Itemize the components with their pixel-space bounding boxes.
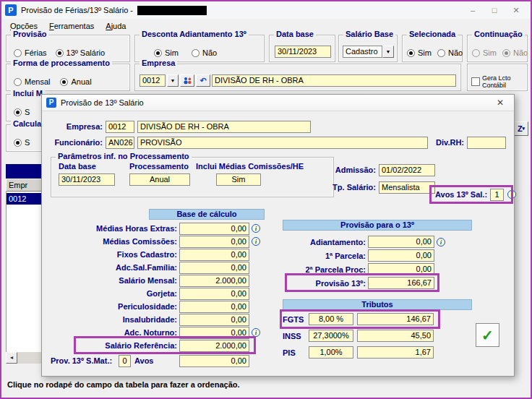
salario-referencia-field[interactable]: 2.000,00 [179,340,249,352]
radio-label: S [25,108,30,116]
inss-pct-field[interactable]: 27,3000% [309,330,353,342]
insalubridade-field[interactable]: 0,00 [179,314,249,326]
provisao-13-field[interactable]: 166,67 [368,277,434,289]
gorjeta-field[interactable]: 0,00 [179,288,249,300]
prov-smat-avos-label: Avos [134,356,154,365]
radio-label: Anual [71,77,91,86]
menu-ajuda[interactable]: Ajuda [100,20,132,32]
empresa-dropdown-icon[interactable]: ▼ [167,74,179,87]
salario-base-select[interactable]: Cadastro [343,46,382,58]
divrh-label: Div.RH: [429,138,464,147]
menu-ferramentas[interactable]: Ferramentas [43,20,100,32]
adiantamento-field[interactable]: 0,00 [368,236,434,248]
field-label: 2ª Parcela Proc: [283,265,368,274]
radio-label: 13º Salário [66,48,106,57]
dialog-close-icon[interactable]: ✕ [491,96,510,110]
radio-desconta-sim[interactable]: Sim [154,48,179,57]
salario-mensal-field[interactable]: 2.000,00 [179,275,249,287]
gera-lcto-checkbox[interactable] [471,77,480,86]
maximize-icon[interactable]: □ [484,3,505,17]
radio-inclui[interactable]: S [14,108,30,116]
radio-label: Sim [165,48,179,57]
dlg-empresa-name-field[interactable]: DIVISÃO DE RH - OBRA [137,121,311,133]
sort-icon[interactable]: Z▾ [514,121,528,136]
param-data-base-label: Data base [59,162,96,171]
param-data-base-field[interactable]: 30/11/2023 [59,173,115,186]
funcionario-code-field[interactable]: AN026 [106,137,134,149]
radio-dot [60,78,68,86]
chevron-down-icon[interactable]: ▼ [382,46,394,58]
tp-salario-label: Tp. Salário: [327,183,376,192]
scroll-left-icon[interactable]: ◄ [6,352,17,364]
close-icon[interactable]: ✕ [505,3,527,17]
periculosidade-field[interactable]: 0,00 [179,301,249,313]
admissao-field[interactable]: 01/02/2022 [379,164,435,176]
prov-smat-value-field[interactable]: 0,00 [179,355,249,367]
main-titlebar: P Provisão de Férias/13º Salário - – □ ✕ [1,1,531,19]
undo-icon[interactable]: ↶ [196,74,210,87]
radio-selecionada-sim[interactable]: Sim [407,48,432,57]
tributo-row: PIS1,00%1,67 [283,346,499,359]
radio-dot [472,49,480,57]
primeira-parcela-field[interactable]: 0,00 [368,249,434,262]
radio-dot [14,108,22,116]
info-icon[interactable]: i [252,224,260,233]
radio-13-salario[interactable]: 13º Salário [56,48,106,57]
dialog-icon: P [46,98,56,108]
avos-label: Avos 13º Sal.: [435,190,487,199]
field-label: Provisão 13º: [283,279,368,288]
radio-desconta-nao[interactable]: Não [192,48,217,57]
radio-dot [407,49,415,57]
minimize-icon[interactable]: – [462,3,484,17]
radio-ferias[interactable]: Férias [14,48,47,57]
medias-horas-extras-field[interactable]: 0,00 [179,223,249,235]
empresa-label: Empresa: [52,122,103,131]
prov-smat-label: Prov. 13º S.Mat.: [51,356,112,365]
funcionario-name-field[interactable]: PROVISÃO [137,137,428,149]
base-row: Insalubridade:0,00 [64,313,280,326]
info-icon[interactable]: i [507,190,516,199]
empresa-code-field[interactable]: 0012 [140,74,166,87]
adc-sal-familia-field[interactable]: 0,00 [179,262,249,274]
dialog-title: Provisão de 13º Salário [61,98,144,107]
divrh-field[interactable] [467,137,506,149]
confirm-button[interactable]: ✓ [476,323,499,347]
base-calculo-rows: Médias Horas Extras:0,00i Médias Comissõ… [64,222,280,352]
data-base-field[interactable]: 30/11/2023 [275,46,331,58]
pis-pct-field[interactable]: 1,00% [309,346,353,359]
provisao-row: 2ª Parcela Proc:0,00 [283,262,499,276]
param-processamento-label: Processamento [129,162,189,171]
radio-selecionada-nao[interactable]: Não [437,48,463,57]
avos-field[interactable]: 1 [490,189,504,201]
base-row: Adc. Noturno:0,00i [64,326,280,339]
radio-label: Não [202,48,217,57]
provisao-row: Adiantamento:0,00i [283,235,499,249]
inss-label: INSS [283,332,309,340]
pis-value-field[interactable]: 1,67 [357,346,434,359]
radio-calcula[interactable]: S [14,138,30,147]
segunda-parcela-field[interactable]: 0,00 [368,263,434,275]
group-calcula-legend: Calcula [11,119,43,128]
radio-mensal[interactable]: Mensal [14,77,50,86]
empresa-name-field[interactable]: DIVISÃO DE RH - OBRA [212,74,456,87]
medias-comissoes-field[interactable]: 0,00 [179,236,249,248]
fgts-pct-field[interactable]: 8,00 % [309,313,353,325]
fixos-cadastro-field[interactable]: 0,00 [179,249,249,261]
param-processamento-field[interactable]: Anual [129,173,190,186]
dlg-empresa-code-field[interactable]: 0012 [106,121,134,133]
info-icon[interactable]: i [252,328,260,337]
fgts-value-field[interactable]: 146,67 [357,313,434,325]
param-inclui-field[interactable]: Sim [216,173,261,186]
group-selecionada: Selecionada Sim Não [402,35,463,62]
inss-value-field[interactable]: 45,50 [357,330,434,342]
tp-salario-field[interactable]: Mensalista [379,181,435,194]
adc-noturno-field[interactable]: 0,00 [179,327,249,339]
radio-anual[interactable]: Anual [60,77,91,86]
admissao-label: Admissão: [330,166,376,174]
field-label: Salário Referência: [64,341,179,350]
search-people-icon[interactable] [180,74,194,87]
info-icon[interactable]: i [437,238,445,246]
info-icon[interactable]: i [252,237,260,246]
field-label: Adiantamento: [283,238,368,246]
prov-smat-avos-field[interactable]: 0 [119,355,131,367]
